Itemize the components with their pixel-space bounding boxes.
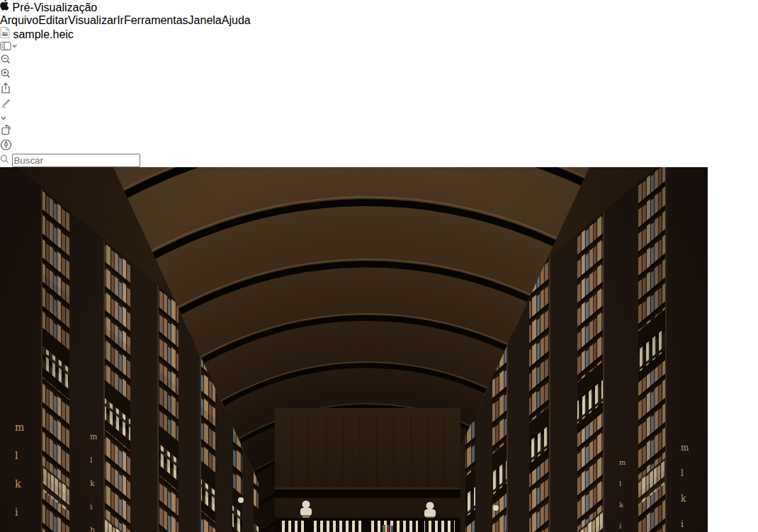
- toolbar: [0, 41, 758, 167]
- shelf-letter: m: [619, 458, 626, 466]
- shelf-letter: l: [681, 468, 684, 478]
- menubar-item-ajuda[interactable]: Ajuda: [222, 14, 251, 26]
- zoom-in-button[interactable]: [0, 68, 23, 82]
- markup-icon: [0, 139, 12, 151]
- markup-button[interactable]: [0, 139, 24, 154]
- menubar-item-ferramentas[interactable]: Ferramentas: [124, 14, 188, 26]
- highlight-pen-button[interactable]: [0, 97, 24, 111]
- shelf-letter: k: [15, 478, 21, 489]
- chevron-down-icon: [0, 115, 7, 121]
- share-icon: [0, 82, 11, 94]
- menubar: Pré-Visualização ArquivoEditarVisualizar…: [0, 0, 758, 27]
- highlight-pen-dropdown[interactable]: [0, 111, 13, 124]
- window-chrome: sample.heic: [0, 27, 758, 167]
- zoom-in-icon: [0, 68, 11, 79]
- shelf-letter: i: [90, 502, 93, 511]
- menubar-item-arquivo[interactable]: Arquivo: [0, 14, 38, 26]
- preview-window: sample.heic: [0, 27, 758, 532]
- shelf-letter: k: [681, 494, 686, 504]
- sidebar-view-button[interactable]: [0, 41, 23, 54]
- document-view: mlkihgfemlkihgfemlkihgfemlkihgfe: [0, 167, 758, 532]
- shelf-letter: l: [90, 455, 93, 465]
- sidebar-icon: [1, 43, 11, 50]
- highlight-pen-icon: [0, 97, 11, 108]
- titlebar: sample.heic: [0, 27, 758, 41]
- photo-sample-heic: mlkihgfemlkihgfemlkihgfemlkihgfe: [0, 167, 758, 532]
- shelf-letter: m: [15, 421, 24, 433]
- shelf-letter: i: [681, 519, 684, 529]
- shelf-letter: k: [619, 501, 624, 509]
- shelf-letter: l: [619, 480, 621, 487]
- menubar-items: ArquivoEditarVisualizarIrFerramentasJane…: [0, 14, 758, 27]
- menubar-item-janela[interactable]: Janela: [188, 14, 222, 26]
- shelf-letter: i: [619, 522, 621, 530]
- menubar-app-name[interactable]: Pré-Visualização: [12, 1, 97, 13]
- menubar-item-ir[interactable]: Ir: [117, 14, 124, 26]
- rotate-button[interactable]: [0, 124, 23, 139]
- apple-icon: [0, 0, 9, 11]
- menubar-item-visualizar[interactable]: Visualizar: [68, 14, 117, 26]
- window-title: sample.heic: [13, 28, 73, 40]
- search-input[interactable]: [12, 154, 140, 167]
- rotate-icon: [0, 124, 13, 136]
- shelf-letter: m: [90, 432, 98, 441]
- menubar-item-editar[interactable]: Editar: [38, 14, 68, 26]
- desktop: { "menubar": { "apple_icon": "apple-logo…: [0, 0, 758, 532]
- document-proxy-icon: [0, 27, 10, 38]
- zoom-out-icon: [0, 54, 11, 65]
- search-field[interactable]: [0, 154, 758, 167]
- apple-menu[interactable]: [0, 1, 12, 13]
- shelf-letter: h: [90, 526, 95, 532]
- search-icon: [0, 154, 9, 164]
- shelf-letter: i: [15, 506, 18, 518]
- zoom-out-button[interactable]: [0, 54, 23, 68]
- chevron-down-icon: [13, 45, 16, 47]
- share-button[interactable]: [0, 82, 23, 97]
- shelf-letter: m: [681, 443, 689, 453]
- shelf-letter: l: [15, 450, 18, 461]
- shelf-letter: k: [90, 479, 95, 488]
